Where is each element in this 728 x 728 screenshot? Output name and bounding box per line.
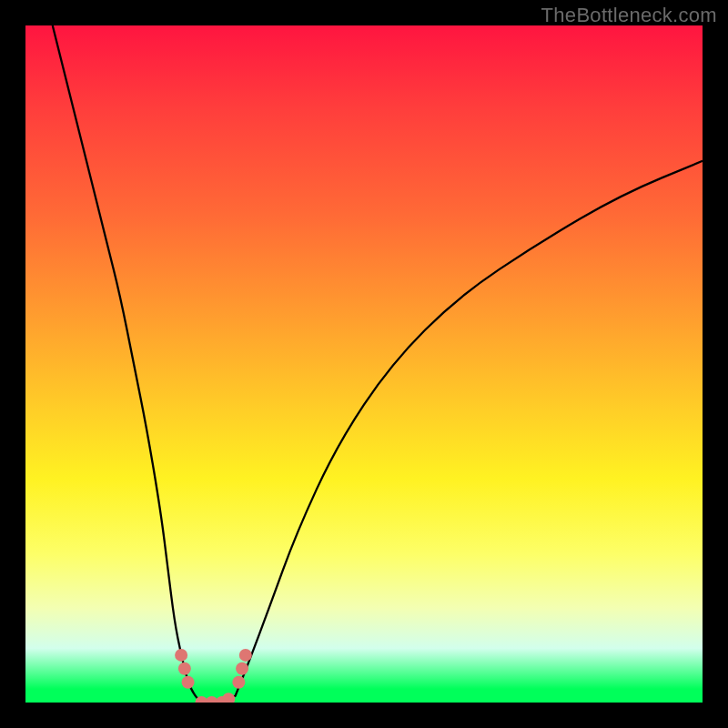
data-marker [236, 662, 248, 675]
bottleneck-curve [53, 25, 703, 703]
data-marker [175, 649, 187, 662]
data-marker [232, 676, 245, 689]
chart-plot-area [25, 25, 703, 703]
curve-svg [25, 25, 703, 703]
data-marker [222, 693, 235, 703]
watermark-text: TheBottleneck.com [541, 4, 717, 27]
data-marker [178, 662, 191, 675]
data-marker [182, 676, 195, 689]
chart-frame: TheBottleneck.com [0, 0, 728, 728]
data-marker [239, 649, 252, 662]
